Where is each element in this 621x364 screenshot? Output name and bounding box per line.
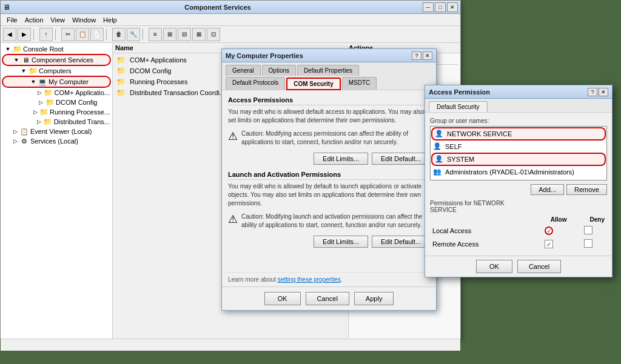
user-label-self: SELF — [445, 143, 462, 150]
tree-item-computers[interactable]: ▼ 📁 Computers — [2, 66, 111, 76]
access-edit-default-button[interactable]: Edit Default... — [372, 153, 430, 165]
expand-icon-running[interactable]: ▷ — [33, 108, 39, 116]
tab-default-protocols[interactable]: Default Protocols — [226, 77, 285, 90]
remove-button[interactable]: Remove — [566, 184, 607, 195]
user-item-self[interactable]: 👤 SELF — [431, 141, 606, 152]
user-icon-admins: 👥 — [433, 168, 443, 176]
mycomp-apply-button[interactable]: Apply — [354, 292, 394, 305]
expand-icon-console-root[interactable]: ▼ — [4, 45, 12, 53]
tab-general[interactable]: General — [226, 65, 261, 76]
access-close-button[interactable]: ✕ — [599, 88, 608, 96]
expand-icon-my-computer[interactable]: ▼ — [30, 78, 37, 85]
up-button[interactable]: ↑ — [39, 28, 53, 41]
menu-help[interactable]: Help — [99, 15, 121, 25]
caution-icon-launch: ⚠ — [228, 213, 238, 226]
remote-allow-checkbox[interactable] — [545, 240, 553, 248]
properties-button[interactable]: 🔧 — [127, 28, 140, 41]
learn-more-text: Learn more about — [228, 276, 276, 283]
tree-item-services[interactable]: ▷ ⚙ Services (Local) — [2, 136, 111, 146]
minimize-button[interactable]: ─ — [423, 2, 434, 12]
tree-item-running-processes[interactable]: ▷ 📁 Running Processe... — [2, 107, 111, 117]
menu-view[interactable]: View — [47, 15, 69, 25]
mycomp-close-button[interactable]: ✕ — [423, 51, 432, 60]
launch-edit-default-button[interactable]: Edit Default... — [372, 236, 430, 248]
perm-allow-remote[interactable] — [529, 237, 569, 251]
tree-item-console-root[interactable]: ▼ 📁 Console Root — [2, 44, 111, 54]
expand-icon-dist[interactable]: ▷ — [36, 118, 43, 125]
menu-action[interactable]: Action — [21, 15, 47, 25]
mycomp-tabs: General Options Default Properties — [222, 62, 436, 76]
view-button[interactable]: ≡ — [149, 28, 162, 41]
menu-file[interactable]: File — [3, 15, 21, 25]
com-row-text: COM+ Applications — [130, 56, 187, 64]
tree-label-com: COM+ Applicatio... — [55, 89, 110, 96]
learn-more-link[interactable]: setting these properties — [278, 276, 341, 283]
expand-icon-computers[interactable]: ▼ — [20, 67, 27, 74]
copy-button[interactable]: 📋 — [76, 28, 89, 41]
view4-button[interactable]: ⊠ — [192, 28, 206, 41]
tree-panel[interactable]: ▼ 📁 Console Root ▼ 🖥 Component Services … — [1, 43, 113, 339]
expand-icon-services[interactable]: ▷ — [12, 137, 19, 145]
remote-deny-checkbox[interactable] — [584, 239, 592, 248]
user-icon-self: 👤 — [433, 142, 443, 151]
perm-deny-local[interactable] — [569, 224, 607, 237]
tree-item-com-applications[interactable]: ▷ 📁 COM+ Applicatio... — [2, 88, 111, 98]
view3-button[interactable]: ⊟ — [178, 28, 191, 41]
access-help-button[interactable]: ? — [588, 88, 597, 96]
tree-item-event-viewer[interactable]: ▷ 📋 Event Viewer (Local) — [2, 127, 111, 136]
tree-label-services: Services (Local) — [30, 137, 78, 145]
tab-default-security[interactable]: Default Security — [429, 101, 488, 112]
group-user-label: Group or user names: — [430, 117, 607, 124]
delete-button[interactable]: 🗑 — [112, 28, 126, 41]
close-button[interactable]: ✕ — [447, 2, 458, 12]
local-allow-checkbox[interactable] — [545, 227, 553, 235]
tab-com-security[interactable]: COM Security — [286, 78, 341, 90]
menu-window[interactable]: Window — [69, 15, 99, 25]
dcom-row-text: DCOM Config — [130, 67, 171, 74]
mycomp-content: Access Permissions You may edit who is a… — [222, 90, 436, 272]
cut-button[interactable]: ✂ — [61, 28, 75, 41]
add-button[interactable]: Add... — [531, 184, 564, 195]
user-item-system[interactable]: 👤 SYSTEM — [431, 153, 606, 166]
expand-icon-component-services[interactable]: ▼ — [13, 56, 20, 64]
expand-icon-dcom[interactable]: ▷ — [37, 99, 44, 106]
access-cancel-button[interactable]: Cancel — [517, 260, 561, 273]
tree-item-my-computer[interactable]: ▼ 💻 My Computer — [2, 76, 111, 88]
launch-edit-limits-button[interactable]: Edit Limits... — [314, 236, 368, 248]
tab-msdtc[interactable]: MSDTC — [342, 77, 377, 90]
forward-button[interactable]: ▶ — [18, 28, 31, 41]
tree-item-dcom-config[interactable]: ▷ 📁 DCOM Config — [2, 98, 111, 107]
expand-icon-event[interactable]: ▷ — [12, 128, 19, 135]
perm-allow-local[interactable] — [529, 224, 569, 237]
view5-button[interactable]: ⊡ — [207, 28, 220, 41]
mycomp-title-bar: My Computer Properties ? ✕ — [222, 49, 436, 62]
mycomp-ok-button[interactable]: OK — [264, 292, 301, 305]
tree-label-console-root: Console Root — [23, 45, 64, 53]
restore-button[interactable]: □ — [435, 2, 446, 12]
perm-name-local: Local Access — [430, 224, 529, 237]
mycomp-cancel-button[interactable]: Cancel — [306, 292, 349, 305]
perm-deny-remote[interactable] — [569, 237, 607, 251]
user-list[interactable]: 👤 NETWORK SERVICE 👤 SELF 👤 SYSTEM 👥 Admi… — [430, 126, 607, 180]
menu-bar: File Action View Window Help — [1, 14, 460, 26]
dist-row-icon: 📁 — [116, 88, 127, 97]
tab-options[interactable]: Options — [262, 65, 296, 76]
expand-icon-com[interactable]: ▷ — [36, 89, 43, 96]
user-item-network-service[interactable]: 👤 NETWORK SERVICE — [431, 127, 606, 141]
user-item-administrators[interactable]: 👥 Administrators (RYADEL-01\Administrato… — [431, 167, 606, 177]
access-title-bar: Access Permission ? ✕ — [425, 85, 612, 99]
mycomp-help-button[interactable]: ? — [412, 51, 421, 60]
view2-button[interactable]: ⊞ — [163, 28, 176, 41]
access-edit-limits-button[interactable]: Edit Limits... — [314, 153, 368, 165]
tab-default-props[interactable]: Default Properties — [297, 65, 359, 76]
back-button[interactable]: ◀ — [3, 28, 16, 41]
access-perms-title: Access Permissions — [228, 96, 430, 105]
paste-button[interactable]: 📄 — [90, 28, 104, 41]
tree-item-component-services[interactable]: ▼ 🖥 Component Services — [2, 54, 111, 66]
access-ok-button[interactable]: OK — [476, 260, 512, 273]
toolbar: ◀ ▶ ↑ ✂ 📋 📄 🗑 🔧 ≡ ⊞ ⊟ ⊠ ⊡ — [1, 26, 460, 43]
learn-more: Learn more about setting these propertie… — [222, 272, 436, 286]
tree-item-distributed[interactable]: ▷ 📁 Distributed Trans... — [2, 117, 111, 127]
mycomp-title-buttons: ? ✕ — [412, 51, 432, 60]
local-deny-checkbox[interactable] — [584, 226, 592, 234]
